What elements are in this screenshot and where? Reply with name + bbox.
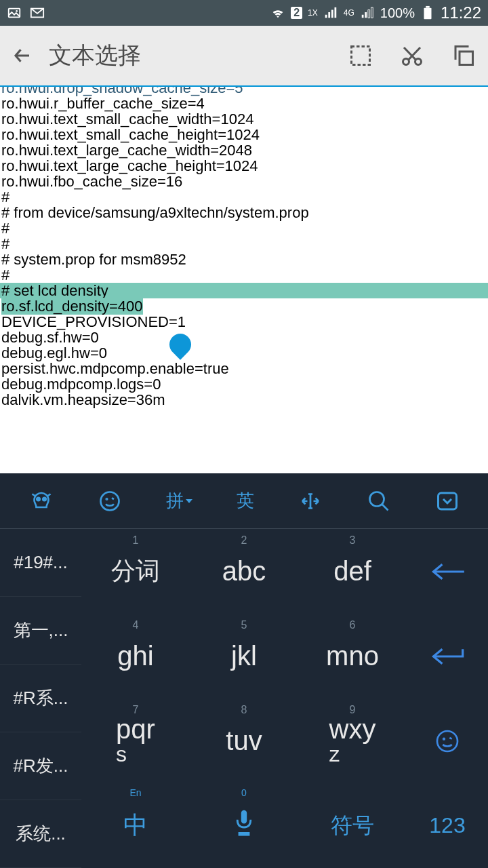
wifi-icon	[270, 6, 285, 20]
clock: 11:22	[441, 3, 481, 22]
svg-point-7	[415, 59, 422, 65]
select-all-icon[interactable]	[348, 43, 373, 68]
code-line[interactable]: dalvik.vm.heapsize=36m	[0, 392, 488, 408]
key-1[interactable]: 1分词	[81, 529, 190, 614]
keyboard-toolbar: 拼 英	[0, 473, 488, 529]
key-4-ghi[interactable]: 4ghi	[81, 614, 190, 698]
page-title: 文本选择	[49, 40, 332, 71]
code-line[interactable]: ro.hwui.text_large_cache_height=1024	[0, 158, 488, 174]
code-line[interactable]: debug.egl.hw=0	[0, 345, 488, 361]
svg-point-6	[403, 59, 409, 65]
sim-indicator: 2	[291, 7, 302, 19]
code-line[interactable]: #	[0, 189, 488, 205]
code-line[interactable]: # set lcd density	[0, 283, 488, 298]
search-icon[interactable]	[367, 489, 391, 513]
copy-icon[interactable]	[451, 43, 476, 68]
code-line[interactable]: persist.hwc.mdpcomp.enable=true	[0, 361, 488, 376]
signal-icon-2	[360, 6, 375, 20]
code-line[interactable]: ro.hwui.text_small_cache_width=1024	[0, 111, 488, 127]
svg-point-10	[43, 497, 46, 500]
key-3-def[interactable]: 3def	[298, 529, 407, 614]
english-mode[interactable]: 英	[237, 489, 254, 513]
code-line[interactable]: #	[0, 236, 488, 252]
code-line[interactable]: ro.sf.lcd_density=400	[0, 298, 488, 314]
battery-pct: 100%	[380, 5, 415, 21]
svg-point-13	[369, 492, 384, 506]
code-line[interactable]: #	[0, 267, 488, 283]
numeric-key[interactable]: 123	[407, 783, 488, 868]
collapse-keyboard-icon[interactable]	[435, 489, 460, 513]
emoji-key[interactable]	[407, 698, 488, 783]
symbol-key[interactable]: 符号	[298, 783, 407, 868]
code-line[interactable]: debug.sf.hw=0	[0, 330, 488, 345]
cut-icon[interactable]	[400, 43, 424, 68]
svg-rect-4	[426, 6, 430, 8]
code-line[interactable]: # system.prop for msm8952	[0, 252, 488, 267]
code-line[interactable]: ro.hwui.r_buffer_cache_size=4	[0, 96, 488, 111]
candidate-sidebar: #19#... 第一,... #R系... #R发... 系统...	[0, 529, 81, 868]
network-1x: 1X	[308, 8, 318, 18]
text-editor[interactable]: ro.hwui.drop_shadow_cache_size=5 ro.hwui…	[0, 87, 488, 473]
status-bar: 2 1X 4G 100% 11:22	[0, 0, 488, 26]
network-4g: 4G	[344, 8, 354, 18]
svg-rect-3	[424, 8, 431, 20]
baidu-logo-icon[interactable]	[29, 489, 54, 513]
code-line[interactable]: # from device/samsung/a9xltechn/system.p…	[0, 205, 488, 220]
svg-rect-14	[438, 493, 456, 509]
key-2-abc[interactable]: 2abc	[190, 529, 298, 614]
svg-rect-5	[352, 47, 370, 65]
key-8-tuv[interactable]: 8tuv	[190, 698, 298, 783]
code-line[interactable]: ro.hwui.fbo_cache_size=16	[0, 174, 488, 189]
svg-rect-8	[460, 52, 473, 65]
image-icon	[7, 6, 22, 20]
key-6-mno[interactable]: 6mno	[298, 614, 407, 698]
svg-point-15	[437, 731, 458, 751]
pinyin-mode[interactable]: 拼	[166, 489, 192, 513]
svg-rect-17	[241, 810, 247, 824]
enter-key[interactable]	[407, 614, 488, 698]
keyboard: 拼 英 #19#... 第一,... #R系... #R发... 系统... 1…	[0, 473, 488, 868]
battery-icon	[420, 6, 435, 20]
signal-icon-1	[323, 6, 338, 20]
candidate-item[interactable]: #19#...	[0, 529, 81, 597]
backspace-key[interactable]	[407, 529, 488, 614]
app-bar: 文本选择	[0, 26, 488, 87]
cursor-icon[interactable]	[298, 489, 323, 513]
code-line[interactable]: DEVICE_PROVISIONED=1	[0, 314, 488, 330]
svg-point-9	[37, 497, 40, 500]
svg-point-11	[100, 492, 119, 510]
code-line[interactable]: ro.hwui.text_small_cache_height=1024	[0, 127, 488, 142]
key-7-pqrs[interactable]: 7pqrs	[81, 698, 190, 783]
candidate-item[interactable]: 第一,...	[0, 597, 81, 665]
svg-point-1	[16, 10, 18, 12]
emoji-icon[interactable]	[98, 489, 122, 513]
code-line[interactable]: #	[0, 220, 488, 236]
candidate-item[interactable]: #R系...	[0, 665, 81, 732]
svg-point-16	[443, 738, 445, 739]
svg-point-12	[106, 498, 107, 500]
candidate-item[interactable]: #R发...	[0, 732, 81, 800]
back-button[interactable]	[12, 45, 33, 66]
mail-icon	[30, 6, 45, 20]
key-9-wxyz[interactable]: 9wxyz	[298, 698, 407, 783]
lang-toggle-key[interactable]: En中	[81, 783, 190, 868]
key-5-jkl[interactable]: 5jkl	[190, 614, 298, 698]
voice-key[interactable]: 0	[190, 783, 298, 868]
candidate-item[interactable]: 系统...	[0, 800, 81, 868]
code-line[interactable]: ro.hwui.text_large_cache_width=2048	[0, 142, 488, 158]
code-line[interactable]: debug.mdpcomp.logs=0	[0, 376, 488, 392]
